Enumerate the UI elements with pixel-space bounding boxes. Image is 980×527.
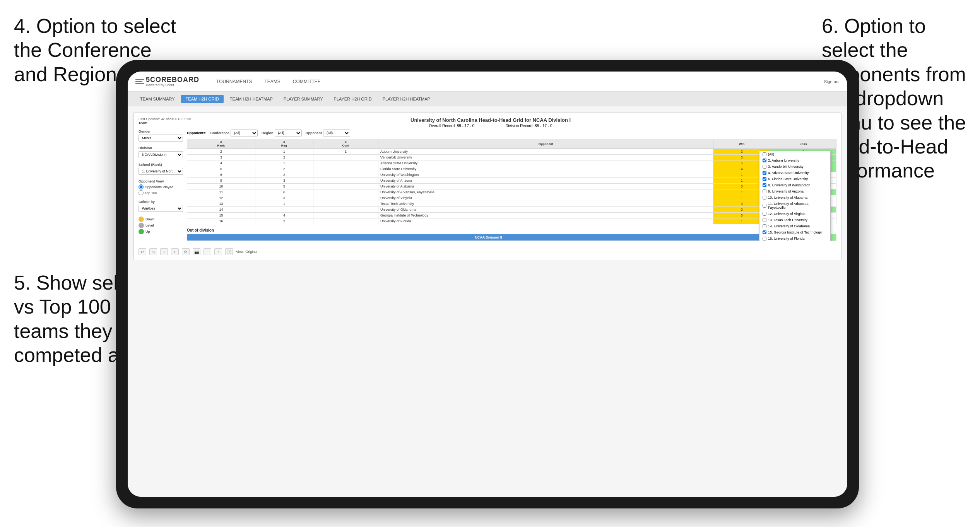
opponent-select[interactable]: (All) bbox=[323, 130, 350, 136]
toolbar-refresh[interactable]: ⟳ bbox=[182, 248, 190, 255]
tab-team-summary[interactable]: TEAM SUMMARY bbox=[135, 95, 180, 103]
panel-header-spacer bbox=[790, 117, 836, 128]
app-container: 5COREBOARD Powered by Scout TOURNAMENTS … bbox=[128, 72, 847, 497]
cell-rank: 6 bbox=[187, 166, 255, 172]
dropdown-checkbox[interactable] bbox=[763, 165, 766, 169]
dropdown-item[interactable]: 3. Vanderbilt University bbox=[759, 164, 830, 170]
cell-rank: 15 bbox=[187, 213, 255, 218]
dropdown-item-label: 4. Arizona State University bbox=[768, 171, 809, 175]
dropdown-checkbox[interactable] bbox=[763, 230, 766, 234]
nav-committee[interactable]: COMMITTEE bbox=[287, 77, 326, 87]
cell-reg: 1 bbox=[255, 149, 313, 155]
dropdown-item-label: (All) bbox=[768, 152, 774, 156]
overall-record: Overall Record: 89 - 17 - 0 bbox=[429, 124, 475, 128]
nav-teams[interactable]: TEAMS bbox=[259, 77, 286, 87]
tab-team-h2h-heatmap[interactable]: TEAM H2H HEATMAP bbox=[225, 95, 277, 103]
opponent-dropdown[interactable]: (All) 2. Auburn University 3. Vanderbilt… bbox=[759, 151, 831, 241]
conference-select[interactable]: (All) bbox=[231, 130, 258, 136]
dropdown-item[interactable]: 15. Georgia Institute of Technology bbox=[759, 229, 830, 235]
h2h-panel: Last Updated: 4/18/2014 16:55:38 Team Un… bbox=[133, 112, 841, 260]
dropdown-item[interactable]: (All) bbox=[759, 151, 830, 157]
cell-reg: 3 bbox=[255, 178, 313, 184]
toolbar-minus[interactable]: − bbox=[204, 248, 211, 255]
tab-player-summary[interactable]: PLAYER SUMMARY bbox=[279, 95, 328, 103]
cell-reg bbox=[255, 207, 313, 213]
toolbar-forward[interactable]: › bbox=[171, 248, 179, 255]
dropdown-item[interactable]: 2. Auburn University bbox=[759, 157, 830, 164]
col-opponent: Opponent bbox=[378, 139, 713, 149]
toolbar-plus[interactable]: + bbox=[214, 248, 222, 255]
col-loss: Loss bbox=[770, 139, 836, 149]
panel-title: University of North Carolina Head-to-Hea… bbox=[191, 117, 790, 123]
tab-player-h2h-heatmap[interactable]: PLAYER H2H HEATMAP bbox=[378, 95, 435, 103]
dropdown-item-label: 2. Auburn University bbox=[768, 159, 799, 162]
dropdown-checkbox[interactable] bbox=[763, 218, 766, 222]
dropdown-checkbox[interactable] bbox=[763, 171, 766, 175]
radio-top100[interactable]: Top 100 bbox=[139, 190, 183, 195]
dropdown-item[interactable]: 10. University of Alabama bbox=[759, 194, 830, 201]
logo-text: 5COREBOARD bbox=[146, 76, 199, 84]
dropdown-checkbox[interactable] bbox=[763, 159, 766, 162]
dropdown-item-label: 6. Florida State University bbox=[768, 177, 808, 181]
cell-rank: 8 bbox=[187, 172, 255, 178]
h2h-table-body: 2 1 1 Auburn University 2 1 3 2 Vanderbi… bbox=[187, 149, 836, 224]
cell-reg: 6 bbox=[255, 189, 313, 195]
school-select[interactable]: 1. University of Nort... bbox=[139, 168, 183, 175]
dropdown-checkbox[interactable] bbox=[763, 183, 766, 187]
dropdown-checkbox[interactable] bbox=[763, 237, 766, 240]
gender-select[interactable]: Men's bbox=[139, 135, 183, 142]
division-record: Division Record: 88 - 17 - 0 bbox=[505, 124, 552, 128]
dropdown-item[interactable]: 8. University of Washington bbox=[759, 182, 830, 188]
dropdown-checkbox[interactable] bbox=[763, 177, 766, 181]
colour-by-section: Colour by Win/loss bbox=[139, 200, 183, 212]
opponent-filter-group: Opponent (All) bbox=[306, 130, 351, 136]
main-content: Last Updated: 4/18/2014 16:55:38 Team Un… bbox=[128, 106, 847, 497]
nav-sign-out[interactable]: Sign out bbox=[824, 79, 840, 84]
tab-team-h2h-grid[interactable]: TEAM H2H GRID bbox=[181, 95, 224, 103]
division-select[interactable]: NCAA Division I bbox=[139, 151, 183, 158]
dropdown-item[interactable]: 9. University of Arizona bbox=[759, 188, 830, 194]
annotation-line1: 4. Option to select bbox=[14, 15, 176, 37]
radio-opponents-played[interactable]: Opponents Played bbox=[139, 184, 183, 189]
dropdown-checkbox[interactable] bbox=[763, 204, 766, 208]
dropdown-item-label: 12. University of Virginia bbox=[768, 212, 806, 216]
region-select[interactable]: (All) bbox=[275, 130, 302, 136]
out-division-subtitle: NCAA Division II bbox=[187, 234, 790, 241]
opponent-filter-label: Opponent bbox=[306, 131, 322, 135]
colour-by-select[interactable]: Win/loss bbox=[139, 205, 183, 212]
dropdown-item[interactable]: 11. University of Arkansas, Fayetteville bbox=[759, 201, 830, 211]
tab-player-h2h-grid[interactable]: PLAYER H2H GRID bbox=[329, 95, 376, 103]
toolbar-undo[interactable]: ↩ bbox=[139, 248, 146, 255]
dropdown-item-label: 13. Texas Tech University bbox=[768, 218, 807, 222]
cell-opponent: Georgia Institute of Technology bbox=[378, 213, 713, 218]
dropdown-item[interactable]: 4. Arizona State University bbox=[759, 170, 830, 176]
dropdown-item[interactable]: 6. Florida State University bbox=[759, 176, 830, 182]
dropdown-item[interactable]: 14. University of Oklahoma bbox=[759, 223, 830, 229]
dropdown-checkbox[interactable] bbox=[763, 189, 766, 193]
logo-sub: Powered by Scout bbox=[146, 83, 199, 87]
annotation-tr-line2: select the bbox=[822, 39, 908, 61]
dropdown-item-label: 8. University of Washington bbox=[768, 183, 810, 187]
h2h-table-header: #Rank #Reg #Conf Opponent Win Loss bbox=[187, 139, 836, 149]
panel-body: Gender Men's Division NCAA Division I bbox=[139, 130, 836, 241]
cell-conf bbox=[313, 160, 378, 166]
toolbar-redo[interactable]: ↪ bbox=[149, 248, 157, 255]
dropdown-checkbox[interactable] bbox=[763, 152, 766, 156]
opponent-view-label: Opponent View bbox=[139, 179, 183, 183]
nav-tournaments[interactable]: TOURNAMENTS bbox=[211, 77, 257, 87]
panel-table-area: Opponents: Conference (All) Region bbox=[187, 130, 836, 241]
dropdown-checkbox[interactable] bbox=[763, 212, 766, 216]
dropdown-item[interactable]: 16. University of Florida bbox=[759, 235, 830, 241]
legend-up: Up bbox=[139, 229, 183, 234]
toolbar-camera[interactable]: 📷 bbox=[193, 248, 200, 255]
dropdown-item-label: 3. Vanderbilt University bbox=[768, 165, 804, 169]
toolbar-back[interactable]: ‹ bbox=[160, 248, 168, 255]
radio-opponents-played-input[interactable] bbox=[139, 184, 144, 189]
radio-top100-input[interactable] bbox=[139, 190, 144, 195]
dropdown-checkbox[interactable] bbox=[763, 196, 766, 200]
cell-conf: 1 bbox=[313, 149, 378, 155]
dropdown-checkbox[interactable] bbox=[763, 224, 766, 228]
dropdown-item[interactable]: 13. Texas Tech University bbox=[759, 217, 830, 223]
dropdown-item[interactable]: 12. University of Virginia bbox=[759, 211, 830, 217]
toolbar-clock[interactable]: 🕐 bbox=[225, 248, 233, 255]
